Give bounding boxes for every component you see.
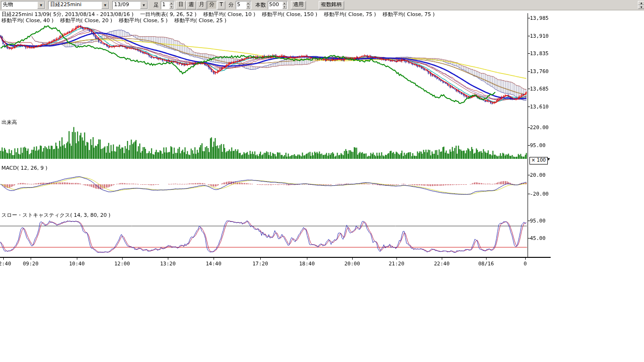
mini-scrollbar: ▲ ▼ (638, 1, 644, 9)
scroll-up-button[interactable]: ▲ (638, 1, 644, 5)
contract-month-select[interactable]: 13/09 ▼ (112, 1, 148, 9)
toolbar: 先物 ▼ 日経225mini ▼ 13/09 ▼ 足 ▲▼ 日 週 月 分 T … (0, 0, 644, 10)
spin-down-icon[interactable]: ▼ (282, 5, 287, 9)
period-month-button[interactable]: 月 (197, 1, 206, 9)
spinner[interactable]: ▲▼ (282, 1, 287, 9)
bar-type-label: 足 (154, 1, 159, 8)
chevron-down-icon[interactable]: ▼ (37, 1, 45, 9)
chevron-down-icon[interactable]: ▼ (547, 157, 550, 161)
period-week-button[interactable]: 週 (186, 1, 196, 9)
chevron-down-icon[interactable]: ▼ (140, 1, 148, 9)
multi-symbol-button[interactable]: 複数銘柄 (319, 1, 344, 9)
indicator-label: 移動平均( Close, 25 ) (174, 17, 227, 24)
minute-field[interactable]: ▲▼ (236, 1, 251, 9)
period-tick-button[interactable]: T (217, 1, 225, 9)
indicator-label: 移動平均( Close, 75 ) (383, 11, 435, 18)
bar-count-input[interactable] (268, 1, 282, 8)
bar-multiplier-field[interactable]: ▲▼ (161, 1, 174, 9)
bar-multiplier-input[interactable] (161, 1, 169, 8)
spinner[interactable]: ▲▼ (246, 1, 250, 9)
instrument-type-value: 先物 (1, 1, 37, 9)
spin-up-icon[interactable]: ▲ (169, 1, 173, 5)
period-day-button[interactable]: 日 (176, 1, 186, 9)
contract-month-value: 13/09 (113, 1, 140, 9)
minute-input[interactable] (236, 1, 246, 8)
volume-multiplier-badge: × 100 (529, 157, 548, 165)
indicator-label: 移動平均( Close, 20 ) (60, 17, 113, 24)
indicator-label: 移動平均( Close, 5 ) (119, 17, 168, 24)
spin-down-icon[interactable]: ▼ (246, 5, 250, 9)
spin-down-icon[interactable]: ▼ (169, 5, 173, 9)
volume-multiplier-label: × 100 (531, 157, 546, 163)
symbol-value: 日経225mini (49, 1, 101, 9)
indicator-label: 移動平均( Close, 150 ) (262, 11, 317, 18)
indicator-legend-line2: 移動平均( Close, 40 )移動平均( Close, 20 )移動平均( … (1, 17, 226, 24)
chevron-down-icon[interactable]: ▼ (101, 1, 109, 9)
bar-count-field[interactable]: ▲▼ (268, 1, 288, 9)
minute-label: 分 (229, 1, 234, 8)
spin-up-icon[interactable]: ▲ (282, 1, 287, 5)
period-minute-button[interactable]: 分 (207, 1, 217, 9)
instrument-type-select[interactable]: 先物 ▼ (1, 1, 45, 9)
spinner[interactable]: ▲▼ (169, 1, 173, 9)
spin-up-icon[interactable]: ▲ (246, 1, 250, 5)
indicator-label: 移動平均( Close, 40 ) (1, 17, 54, 24)
bar-count-label: 本数 (256, 1, 266, 8)
symbol-select[interactable]: 日経225mini ▼ (48, 1, 109, 9)
indicator-label: 移動平均( Close, 75 ) (324, 11, 376, 18)
apply-button[interactable]: 適用 (291, 1, 306, 9)
scroll-down-button[interactable]: ▼ (638, 5, 644, 9)
chart-canvas[interactable] (0, 0, 644, 273)
